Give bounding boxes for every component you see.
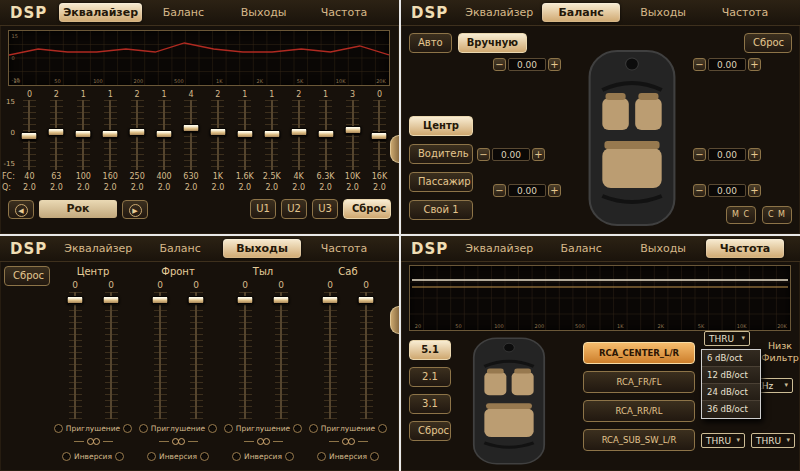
mode-auto-button[interactable]: Авто	[409, 33, 452, 53]
rca-rear-button[interactable]: RCA_RR/RL	[583, 400, 695, 422]
band-slider-handle[interactable]	[371, 132, 388, 140]
output-slider-handle[interactable]	[152, 296, 169, 304]
mute-right-checkbox[interactable]	[208, 424, 217, 433]
band-slider-handle[interactable]	[182, 124, 199, 132]
cm-button[interactable]: C M	[762, 206, 792, 224]
memory-button-u2[interactable]: U2	[281, 199, 307, 219]
config-5-1-button[interactable]: 5.1	[409, 340, 451, 360]
link-channels-toggle[interactable]	[74, 435, 113, 447]
invert-right-checkbox[interactable]	[200, 452, 209, 461]
band-slider-track[interactable]	[238, 100, 251, 170]
tab-frequency[interactable]: Частота	[305, 3, 383, 22]
invert-left-checkbox[interactable]	[147, 452, 156, 461]
reset-button[interactable]: Сброс	[343, 199, 391, 219]
tab-equalizer[interactable]: Эквалайзер	[59, 239, 137, 258]
output-slider-handle[interactable]	[188, 296, 205, 304]
config-2-1-button[interactable]: 2.1	[409, 367, 451, 387]
output-slider-track[interactable]	[154, 292, 167, 419]
band-slider-handle[interactable]	[236, 130, 253, 138]
band-slider-handle[interactable]	[21, 132, 38, 140]
output-slider-track[interactable]	[275, 292, 288, 419]
tab-outputs[interactable]: Выходы	[225, 3, 303, 22]
position-driver-button[interactable]: Водитель	[409, 144, 473, 164]
mute-left-checkbox[interactable]	[54, 424, 63, 433]
position-passenger-button[interactable]: Пассажир	[409, 172, 473, 192]
band-slider-track[interactable]	[373, 100, 386, 170]
output-slider-track[interactable]	[105, 292, 118, 419]
band-slider-handle[interactable]	[344, 126, 361, 134]
decrease-button[interactable]: −	[693, 148, 706, 161]
band-slider-handle[interactable]	[102, 130, 119, 138]
config-3-1-button[interactable]: 3.1	[409, 394, 451, 414]
drawer-handle[interactable]	[390, 306, 399, 334]
reset-button[interactable]: Сброс	[744, 33, 792, 53]
tab-balance[interactable]: Баланс	[141, 239, 219, 258]
tab-equalizer[interactable]: Эквалайзер	[460, 239, 538, 258]
invert-right-checkbox[interactable]	[370, 452, 379, 461]
output-slider-handle[interactable]	[67, 296, 84, 304]
band-slider-handle[interactable]	[156, 130, 173, 138]
band-slider-handle[interactable]	[290, 128, 307, 136]
decrease-button[interactable]: −	[493, 184, 506, 197]
slope-option-1[interactable]: 6 dB/oct	[702, 350, 760, 367]
link-channels-toggle[interactable]	[159, 435, 198, 447]
output-slider-handle[interactable]	[273, 296, 290, 304]
reset-button[interactable]: Сброс	[4, 266, 50, 286]
position-center-button[interactable]: Центр	[409, 116, 473, 136]
tab-outputs[interactable]: Выходы	[624, 3, 702, 22]
output-slider-track[interactable]	[324, 292, 337, 419]
band-slider-track[interactable]	[23, 100, 36, 170]
tab-equalizer[interactable]: Эквалайзер	[59, 3, 142, 22]
increase-button[interactable]: +	[548, 184, 561, 197]
output-slider-handle[interactable]	[322, 296, 339, 304]
band-slider-handle[interactable]	[75, 130, 92, 138]
tab-outputs[interactable]: Выходы	[223, 239, 301, 258]
invert-right-checkbox[interactable]	[115, 452, 124, 461]
mute-right-checkbox[interactable]	[293, 424, 302, 433]
band-slider-track[interactable]	[77, 100, 90, 170]
preset-name[interactable]: Рок	[39, 200, 117, 218]
tab-outputs[interactable]: Выходы	[624, 239, 702, 258]
preset-prev-button[interactable]: ◀	[8, 200, 34, 219]
band-slider-handle[interactable]	[317, 130, 334, 138]
output-slider-track[interactable]	[360, 292, 373, 419]
mute-left-checkbox[interactable]	[224, 424, 233, 433]
reset-button[interactable]: Сброс	[409, 421, 451, 441]
band-slider-track[interactable]	[158, 100, 171, 170]
increase-button[interactable]: +	[748, 184, 761, 197]
rca-sub-button[interactable]: RCA_SUB_SW_L/R	[583, 429, 695, 451]
memory-button-u3[interactable]: U3	[312, 199, 338, 219]
mute-right-checkbox[interactable]	[123, 424, 132, 433]
band-slider-handle[interactable]	[129, 128, 146, 136]
tab-frequency[interactable]: Частота	[305, 239, 383, 258]
decrease-button[interactable]: −	[477, 148, 490, 161]
drawer-handle[interactable]	[390, 135, 399, 163]
decrease-button[interactable]: −	[493, 58, 506, 71]
tab-balance[interactable]: Баланс	[542, 3, 620, 22]
output-slider-track[interactable]	[69, 292, 82, 419]
invert-left-checkbox[interactable]	[62, 452, 71, 461]
mute-right-checkbox[interactable]	[378, 424, 387, 433]
mc-button[interactable]: M C	[726, 206, 756, 224]
increase-button[interactable]: +	[532, 148, 545, 161]
slope-option-4[interactable]: 36 dB/oct	[702, 401, 760, 418]
tab-balance[interactable]: Баланс	[542, 239, 620, 258]
position-custom-button[interactable]: Свой 1	[409, 200, 473, 220]
link-channels-toggle[interactable]	[329, 435, 368, 447]
memory-button-u1[interactable]: U1	[250, 199, 276, 219]
slope-select[interactable]: THRU ▾	[704, 331, 750, 346]
band-slider-handle[interactable]	[263, 130, 280, 138]
link-channels-toggle[interactable]	[244, 435, 283, 447]
slope-option-3[interactable]: 24 dB/oct	[702, 384, 760, 401]
output-slider-handle[interactable]	[237, 296, 254, 304]
output-slider-track[interactable]	[239, 292, 252, 419]
band-slider-track[interactable]	[346, 100, 359, 170]
tab-equalizer[interactable]: Эквалайзер	[460, 3, 538, 22]
band-slider-track[interactable]	[184, 100, 197, 170]
tab-balance[interactable]: Баланс	[144, 3, 222, 22]
mute-left-checkbox[interactable]	[309, 424, 318, 433]
band-slider-track[interactable]	[131, 100, 144, 170]
band-slider-handle[interactable]	[48, 128, 65, 136]
mode-manual-button[interactable]: Вручную	[458, 33, 527, 53]
invert-left-checkbox[interactable]	[317, 452, 326, 461]
